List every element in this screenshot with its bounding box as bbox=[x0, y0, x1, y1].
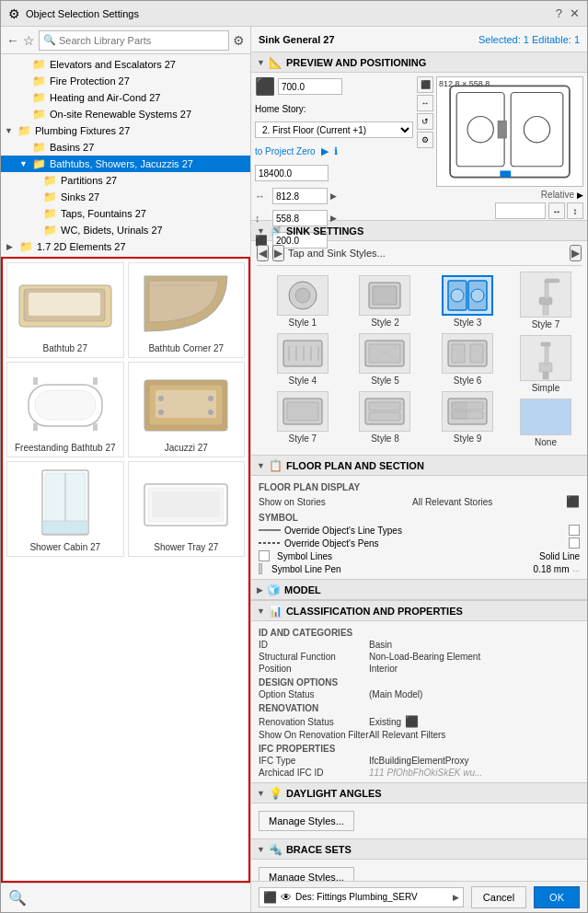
option-status-label: Option Status bbox=[259, 689, 369, 699]
angle-input[interactable]: 180.00° bbox=[495, 202, 546, 219]
home-story-select[interactable]: 2. First Floor (Current +1) bbox=[255, 121, 413, 138]
grid-item-bathtub[interactable]: Bathtub 27 bbox=[6, 262, 124, 358]
tap-sink-styles-btn[interactable]: Tap and Sink Styles... bbox=[288, 248, 386, 259]
tree-item-taps[interactable]: 📁 Taps, Fountains 27 bbox=[1, 205, 250, 222]
style-4-thumb[interactable] bbox=[277, 333, 329, 374]
back-icon[interactable]: ← bbox=[6, 33, 19, 48]
ifc-type-label: IFC Type bbox=[259, 756, 369, 766]
style-8-thumb[interactable] bbox=[359, 391, 410, 432]
help-button[interactable]: ? bbox=[556, 6, 562, 20]
sink-nav-next[interactable]: ▶ bbox=[570, 245, 582, 261]
gear-icon[interactable]: ⚙ bbox=[233, 33, 245, 48]
dialog-title: Object Selection Settings bbox=[26, 8, 139, 19]
style-1-thumb[interactable] bbox=[277, 275, 329, 316]
renovation-status-value: Existing bbox=[369, 717, 401, 727]
flip-v-btn[interactable]: ↕ bbox=[567, 202, 583, 219]
dim-width-arrow[interactable]: ▶ bbox=[330, 191, 337, 201]
svg-rect-61 bbox=[543, 304, 548, 315]
grid-item-freestanding[interactable]: Freestanding Bathtub 27 bbox=[6, 362, 124, 457]
style-simple-item: Simple bbox=[513, 335, 578, 393]
tree-item-2d[interactable]: ▶ 📁 1.7 2D Elements 27 bbox=[1, 238, 250, 255]
preview-extra-btn[interactable]: ⚙ bbox=[417, 132, 433, 148]
relative-button[interactable]: Relative bbox=[541, 190, 574, 200]
style-7-right-thumb[interactable] bbox=[520, 272, 571, 318]
style-1-label: Style 1 bbox=[289, 318, 317, 328]
style-6-thumb[interactable] bbox=[442, 333, 493, 374]
tree-item-wc[interactable]: 📁 WC, Bidets, Urinals 27 bbox=[1, 222, 250, 238]
symbol-lines-label: Symbol Lines bbox=[277, 551, 536, 561]
preview-rotate-btn[interactable]: ↺ bbox=[417, 113, 433, 130]
style-none-label: None bbox=[535, 437, 557, 447]
dim-height-arrow[interactable]: ▶ bbox=[330, 214, 337, 223]
grid-item-shower-tray-label: Shower Tray 27 bbox=[154, 542, 218, 552]
grid-item-shower-cabin[interactable]: Shower Cabin 27 bbox=[6, 461, 124, 557]
tree-item-bathtubs[interactable]: ▼ 📁 Bathtubs, Showers, Jacuzzis 27 bbox=[1, 156, 250, 172]
model-collapse-arrow: ▶ bbox=[257, 585, 263, 595]
override-pens-label: Override Object's Pens bbox=[284, 538, 565, 549]
tree-item-basins[interactable]: 📁 Basins 27 bbox=[1, 139, 250, 156]
brace-manage-btn[interactable]: Manage Styles... bbox=[259, 867, 354, 881]
sink-nav-prev[interactable]: ◀ bbox=[257, 245, 269, 261]
style-simple-thumb[interactable] bbox=[520, 335, 571, 381]
override-pens-checkbox[interactable] bbox=[569, 537, 580, 549]
style-9-thumb[interactable] bbox=[442, 391, 493, 432]
tree-item-fire[interactable]: 📁 Fire Protection 27 bbox=[1, 73, 250, 89]
search-input[interactable] bbox=[59, 35, 225, 46]
cancel-button[interactable]: Cancel bbox=[471, 886, 526, 908]
preview-section: ▼ 📐 PREVIEW AND POSITIONING ⬛ Home Story… bbox=[251, 52, 587, 221]
svg-rect-64 bbox=[545, 279, 559, 283]
preview-dim-input[interactable] bbox=[278, 78, 342, 95]
des-select[interactable]: ⬛ 👁 Des: Fittings Plumbing_SERV ▶ bbox=[259, 887, 464, 907]
grid-item-jacuzzi[interactable]: Jacuzzi 27 bbox=[128, 362, 246, 457]
svg-point-15 bbox=[158, 410, 164, 415]
grid-item-bathtub-corner[interactable]: Bathtub Corner 27 bbox=[128, 262, 246, 358]
stories-settings-icon[interactable]: ⬛ bbox=[566, 495, 580, 508]
grid-item-shower-tray[interactable]: Shower Tray 27 bbox=[128, 461, 246, 557]
style-7-left-thumb[interactable] bbox=[277, 391, 329, 432]
style-3-thumb[interactable] bbox=[442, 275, 493, 316]
model-section-header[interactable]: ▶ 🧊 MODEL bbox=[251, 580, 587, 600]
sink-nav-play[interactable]: ▶ bbox=[272, 245, 284, 261]
tree-item-onsite[interactable]: 📁 On-site Renewable Systems 27 bbox=[1, 106, 250, 122]
style-2-thumb[interactable] bbox=[359, 275, 410, 316]
close-button[interactable]: ✕ bbox=[570, 6, 580, 20]
preview-orient-btn[interactable]: ⬛ bbox=[417, 76, 433, 93]
preview-mirror-btn[interactable]: ↔ bbox=[417, 95, 433, 111]
style-none-thumb[interactable] bbox=[520, 399, 571, 435]
svg-rect-50 bbox=[452, 344, 465, 363]
tree-item-sinks[interactable]: 📁 Sinks 27 bbox=[1, 189, 250, 205]
left-bottom-icon[interactable]: 🔍 bbox=[8, 889, 27, 907]
tree-item-hvac[interactable]: 📁 Heating and Air-Cond 27 bbox=[1, 89, 250, 106]
preview-section-header[interactable]: ▼ 📐 PREVIEW AND POSITIONING bbox=[251, 52, 587, 73]
value-18400-input[interactable] bbox=[255, 165, 329, 181]
option-status-row: Option Status (Main Model) bbox=[259, 688, 580, 700]
sink-collapse-arrow: ▼ bbox=[257, 226, 265, 236]
style-8-item: Style 8 bbox=[347, 391, 424, 444]
symbol-lines-checkbox[interactable] bbox=[259, 550, 270, 561]
brace-header[interactable]: ▼ 🔩 BRACE SETS bbox=[251, 839, 587, 860]
svg-rect-63 bbox=[545, 281, 548, 299]
ok-button[interactable]: OK bbox=[534, 886, 580, 908]
brace-section-title: BRACE SETS bbox=[286, 844, 352, 855]
override-lt-checkbox[interactable] bbox=[569, 525, 580, 536]
renovation-settings-icon[interactable]: ⬛ bbox=[405, 715, 419, 728]
tree-item-elevators[interactable]: 📁 Elevators and Escalators 27 bbox=[1, 56, 250, 73]
tree-item-partitions[interactable]: 📁 Partitions 27 bbox=[1, 172, 250, 189]
flip-h-btn[interactable]: ↔ bbox=[548, 202, 565, 219]
style-2-item: Style 2 bbox=[347, 275, 424, 328]
tree-item-plumbing[interactable]: ▼ 📁 Plumbing Fixtures 27 bbox=[1, 122, 250, 139]
dim-width-input[interactable] bbox=[272, 188, 328, 204]
line-pen-more: ... bbox=[572, 564, 580, 573]
override-pens-icon bbox=[259, 537, 281, 549]
daylight-header[interactable]: ▼ 💡 DAYLIGHT ANGLES bbox=[251, 783, 587, 803]
style-3-label: Style 3 bbox=[454, 318, 482, 328]
structural-row: Structural Function Non-Load-Bearing Ele… bbox=[259, 651, 580, 663]
floor-plan-header[interactable]: ▼ 📋 FLOOR PLAN AND SECTION bbox=[251, 456, 587, 476]
star-icon[interactable]: ☆ bbox=[23, 33, 35, 48]
style-5-thumb[interactable] bbox=[359, 333, 410, 374]
classification-header[interactable]: ▼ 📊 CLASSIFICATION AND PROPERTIES bbox=[251, 601, 587, 621]
to-project-zero-btn[interactable]: to Project Zero bbox=[255, 146, 316, 156]
daylight-manage-btn[interactable]: Manage Styles... bbox=[259, 811, 354, 831]
daylight-section: ▼ 💡 DAYLIGHT ANGLES Manage Styles... bbox=[251, 783, 587, 839]
des-settings-icon: ⬛ bbox=[263, 891, 277, 904]
